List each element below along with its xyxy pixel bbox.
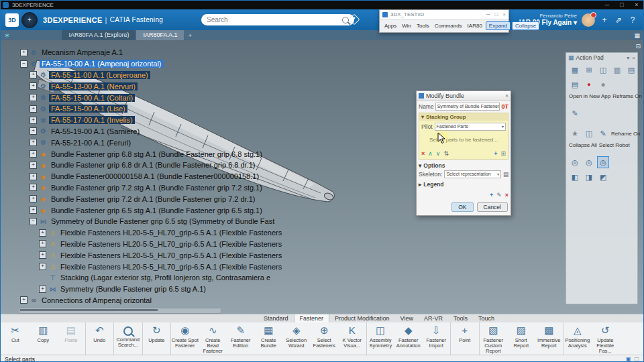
tree-item-label[interactable]: Bundle Fastener grip 7.2 dr A.1 (Bundle … [49,195,258,203]
tree-item[interactable]: Bundle Fastener grip 7.2 dr A.1 (Bundle … [20,193,284,204]
tree-item-label[interactable]: FA-55-21-00 A.1 (Feruri) [49,139,133,147]
tree-item-label[interactable]: Mecanism Ampenaje A.1 [40,48,125,56]
3d-viewport[interactable]: ⊡ Mecanism Ampenaje A.1 FA-55-10-00 A.1 … [0,40,644,314]
ribbon-button[interactable]: Command Search... [113,322,142,355]
reorder-icon[interactable] [443,150,449,157]
ribbon-tab[interactable]: Fastener [294,314,330,323]
tree-item[interactable]: Symmetry of Bundle Fastener grip 6.5 stg… [20,216,284,227]
ribbon-button[interactable]: ✂ Cut [1,322,30,355]
tree-item[interactable]: Bundle Fastener grip 6.5 stg A.1 (Bundle… [20,204,284,216]
search-icon[interactable] [342,17,349,23]
ribbon-button[interactable]: ▥ Copy [30,322,58,355]
tree-expander-icon[interactable] [30,82,37,90]
tree-item-label[interactable]: FA-55-15-00 A.1 (Lise) [49,105,127,113]
ribbon-button[interactable]: ∿ Create Bead Fastener [199,322,227,355]
minimize-icon[interactable]: ─ [486,11,490,17]
tree-item[interactable]: Bundle Fastener grip 6.8 stg A.1 (Bundle… [20,148,284,160]
tree-expander-icon[interactable] [39,229,46,237]
ribbon-button[interactable]: ◉ Create Spot Fastener [170,322,199,355]
floating-menu-item[interactable]: Apps [382,22,398,29]
expand-button[interactable]: Expand [486,21,511,30]
tree-expander-icon[interactable] [30,195,37,202]
stacking-group-header[interactable]: ▾ Stacking Group [419,113,508,121]
floating-menu-item[interactable]: Commands [433,22,464,29]
tree-item-label[interactable]: Flexible Fasteners HL20-5-5_HL70_grip-6.… [58,240,284,248]
dataset-icon-selected[interactable] [597,156,609,168]
tree-expander-icon[interactable] [30,162,37,169]
options-header[interactable]: ▾ Options [419,162,508,169]
tree-item-label[interactable]: Stacking (Lagar exterior stg, Profil lon… [58,274,272,282]
ribbon-button[interactable]: ◫ Assembly Symmetry [366,322,395,355]
tree-expander-icon[interactable] [30,173,37,180]
minimize-icon[interactable]: ─ [600,0,614,9]
tree-expander-icon[interactable] [39,251,46,259]
tree-item-label[interactable]: FA-55-15-00 A.1 (Coltari) [49,94,135,102]
maximize-icon[interactable]: □ [494,11,498,17]
tree-item[interactable]: FA-55-15-00 A.1 (Lise) [20,103,284,115]
maximize-icon[interactable]: □ [614,0,629,9]
add-part-icon[interactable] [494,150,497,157]
capture-icon[interactable] [583,127,595,139]
tree-item-label[interactable]: Bundle Fastener grip 6.8 stg A.1 (Bundle… [49,150,264,158]
select-robot-label[interactable]: Select Robot [599,142,630,148]
ribbon-button[interactable]: ▩ Immersive Report [535,322,564,355]
chevron-down-icon[interactable] [436,150,441,157]
open-in-new-app-label[interactable]: Open in New App [569,93,610,99]
tree-item[interactable]: Mecanism Ampenaje A.1 [20,47,284,58]
add-table-icon[interactable] [583,64,595,76]
legend-header[interactable]: ▸ Legend [419,181,508,188]
tree-expander-icon[interactable] [30,127,37,135]
ribbon-button[interactable]: ◬ Positioning Analysis [563,322,592,355]
close-icon[interactable]: × [505,93,508,99]
tree-item[interactable]: Flexible Fasteners HL20-5-5_HL70_grip-6.… [20,239,284,250]
report-icon[interactable] [569,78,581,90]
tree-item[interactable]: FA-55-15-00 A.1 (Coltari) [20,92,284,103]
delete-icon[interactable] [505,192,508,198]
floating-menu-item[interactable]: Tools [415,22,431,29]
scrollbar-thumb[interactable] [20,309,158,311]
tree-expander-icon[interactable] [20,49,28,56]
tree-expander-icon[interactable] [30,105,37,113]
skeleton-select[interactable]: Select representation [444,170,501,178]
tree-expander-icon[interactable] [39,286,46,293]
floating-menu-item[interactable]: Win [400,22,413,29]
ribbon-button[interactable]: ✎ Fastener Edition [227,322,255,355]
tree-item[interactable]: Flexible Fasteners HL20-5-5_HL70_grip-6.… [20,227,284,239]
ribbon-button[interactable]: ▤ Paste [57,322,85,355]
view-iso-icon[interactable] [597,171,609,183]
close-icon[interactable]: × [632,55,635,61]
reframe-on-label-2[interactable]: Reframe On [611,131,641,137]
ribbon-button[interactable]: ▨ Short Report [507,322,535,355]
tree-item[interactable]: FA-55-19-00 A.1 (Sarniere) [20,126,284,137]
ribbon-button[interactable]: ▧ Fastener Custom Report [479,322,508,355]
tree-item[interactable]: Bundle Fastener grip 7.2 stg A.1 (Bundle… [20,182,284,194]
browse-icon[interactable] [503,171,508,178]
grid-icon[interactable]: ▦ [634,32,644,39]
ribbon-button[interactable]: ◆ Fastener Annotation [394,322,423,355]
add-icon[interactable] [490,192,493,198]
columns-icon[interactable] [597,64,609,76]
tree-item-label[interactable]: Flexible Fasteners HL20-5-5_HL70_grip-6.… [58,263,284,271]
tree-expander-icon[interactable] [30,139,37,146]
ribbon-button[interactable]: K K Vector Visua... [338,322,366,355]
collapse-button[interactable]: Collapse [512,21,539,30]
tree-item[interactable]: FA-55-17-00 A.1 (Invelis) [20,115,284,126]
share-icon[interactable]: ⇗ [614,15,623,25]
tree-item[interactable]: FA-55-21-00 A.1 (Feruri) [20,137,284,148]
tree-item[interactable]: FA-55-10-00 A.1 (Ampenaj orizontal) [20,58,284,70]
tree-expander-icon[interactable] [20,60,28,68]
search-input[interactable]: Search [201,14,354,25]
edit-icon[interactable] [496,192,502,198]
tree-item-label[interactable]: Bundle Fastener grip 6.5 stg A.1 (Bundle… [49,206,264,215]
tree-expander-icon[interactable] [30,218,37,225]
annotate-icon[interactable] [597,127,609,139]
dataset-icon[interactable] [569,156,581,168]
view-right-icon[interactable] [583,171,595,183]
rows-icon[interactable] [611,64,623,76]
reframe-on-label[interactable]: Reframe On [612,93,642,99]
home-icon[interactable]: ∗ [4,32,9,39]
sphere-icon[interactable] [597,78,609,90]
ribbon-button[interactable]: ◈ Selection Wizard [282,322,311,355]
tree-item-label[interactable]: Symmetry of Bundle Fastener grip 6.5 stg… [49,217,276,225]
close-icon[interactable]: × [502,11,506,17]
